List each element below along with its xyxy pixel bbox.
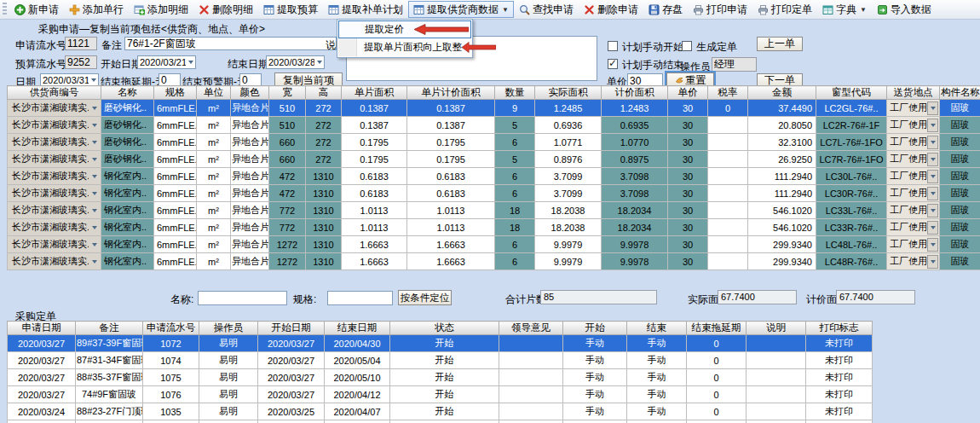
toolbar-button-6[interactable]: 提取供货商数据▼ — [408, 1, 514, 18]
toolbar-button-1[interactable]: 添加单行 — [64, 1, 129, 18]
column-header[interactable]: 名称 — [101, 86, 154, 100]
toolbar-button-0[interactable]: 新申请 — [9, 1, 64, 18]
column-header[interactable]: 开始 — [563, 322, 627, 335]
column-header[interactable]: 备注 — [76, 322, 143, 335]
cell[interactable]: 工厂使用 — [887, 236, 940, 253]
column-header[interactable]: 申请日期 — [8, 322, 76, 335]
column-header[interactable]: 实际面积 — [535, 86, 602, 100]
cell[interactable]: 工厂使用 — [887, 202, 940, 219]
cell[interactable]: 工厂使用 — [887, 253, 940, 270]
cell[interactable]: 工厂使用 — [887, 219, 940, 236]
table-row[interactable]: 长沙市潇湘玻璃实..磨砂钢化..6mmFLE..m²异地合片6602720.17… — [8, 151, 980, 168]
manual-start-checkbox[interactable] — [608, 41, 618, 51]
table-row[interactable]: 长沙市潇湘玻璃实..磨砂钢化..6mmFLE..m²异地合片5102720.13… — [8, 100, 980, 117]
cell[interactable]: 长沙市潇湘玻璃实.. — [8, 219, 101, 236]
column-header[interactable]: 申请流水号 — [143, 322, 199, 335]
toolbar-button-11[interactable]: 打印定单 — [752, 1, 817, 18]
filter-name-input[interactable] — [198, 291, 287, 305]
cell[interactable]: 长沙市潇湘玻璃实.. — [8, 202, 101, 219]
cell[interactable]: 长沙市潇湘玻璃实.. — [8, 168, 101, 185]
menu-item-1[interactable]: 提取单片面积向上取整 — [338, 38, 471, 56]
column-header[interactable]: 高 — [306, 86, 342, 100]
table-row[interactable]: 长沙市潇湘玻璃实..钢化室内..6mmFLE..m²异地合片47213100.6… — [8, 185, 980, 202]
apply-no-input[interactable] — [65, 37, 97, 50]
remark-input[interactable] — [124, 37, 337, 50]
column-header[interactable]: 说明 — [747, 322, 806, 335]
cell[interactable]: 工厂使用 — [887, 151, 940, 168]
cell[interactable]: 长沙市潇湘玻璃实.. — [8, 185, 101, 202]
table-row[interactable]: 2020/03/2488#23-27F门顶玻1035易明2020/03/2520… — [8, 403, 873, 420]
cell[interactable]: 工厂使用 — [887, 168, 940, 185]
column-header[interactable]: 打印标志 — [806, 322, 873, 335]
table-row[interactable]: 2020/03/2787#31-34F窗固玻1074易明2020/03/2720… — [8, 352, 873, 369]
column-header[interactable]: 开始日期 — [258, 322, 325, 335]
chevron-down-icon[interactable] — [89, 78, 98, 82]
table-row[interactable]: 2020/03/2788#35-37F窗固玻1075易明2020/03/2720… — [8, 369, 873, 386]
table-row[interactable]: 2020/03/2789#37-39F窗固玻1072易明2020/03/2720… — [8, 335, 873, 352]
operator-input[interactable] — [712, 57, 757, 72]
toolbar-button-10[interactable]: 打印申请 — [688, 1, 752, 18]
column-header[interactable]: 宽 — [269, 86, 306, 100]
column-header[interactable]: 领导意见 — [499, 322, 563, 335]
cell[interactable]: 工厂使用 — [887, 117, 940, 134]
column-header[interactable]: 单片计价面积 — [407, 86, 495, 100]
filter-spec-input[interactable] — [327, 291, 393, 305]
toolbar-button-5[interactable]: 提取补单计划 — [323, 1, 408, 18]
table-row[interactable]: 长沙市潇湘玻璃实..钢化室内..6mmFLE..m²异地合片47213100.6… — [8, 168, 980, 185]
prev-order-button[interactable]: 上一单 — [757, 37, 803, 51]
column-header[interactable]: 结束拖延期 — [687, 322, 747, 335]
table-row[interactable]: 2020/03/2774#9F窗固玻1076易明2020/03/272020/0… — [8, 386, 873, 403]
gen-order-checkbox[interactable] — [682, 41, 692, 51]
table-row[interactable]: 长沙市潇湘玻璃实..磨砂钢化..6mmFLE..m²异地合片5102720.13… — [8, 117, 980, 134]
column-header[interactable]: 结束 — [627, 322, 687, 335]
column-header[interactable]: 供货商编号 — [8, 86, 101, 100]
table-row[interactable]: 长沙市潇湘玻璃实..钢化室内..6mmFLE..m²异地合片77213101.0… — [8, 219, 980, 236]
column-header[interactable]: 计价面积 — [602, 86, 668, 100]
chevron-down-icon[interactable] — [186, 61, 195, 64]
locate-button[interactable]: 按条件定位 — [398, 290, 452, 305]
column-header[interactable]: 单价 — [668, 86, 708, 100]
column-header[interactable]: 单位 — [197, 86, 231, 100]
column-header[interactable]: 颜色 — [231, 86, 269, 100]
cell[interactable]: 工厂使用 — [887, 100, 940, 117]
cell[interactable]: 工厂使用 — [887, 185, 940, 202]
toolbar-button-3[interactable]: 删除明细 — [193, 1, 258, 18]
table-row[interactable]: 长沙市潇湘玻璃实..磨砂钢化..6mmFLE..m²异地合片6602720.17… — [8, 134, 980, 151]
cell[interactable]: 长沙市潇湘玻璃实.. — [8, 117, 101, 134]
table-row[interactable]: 长沙市潇湘玻璃实..钢化室内..6mmFLE..m²异地合片127213101.… — [8, 236, 980, 253]
column-header[interactable]: 窗型代码 — [816, 86, 887, 100]
column-header[interactable]: 操作员 — [199, 322, 258, 335]
end-date-combo[interactable]: 2020/03/28 — [266, 55, 325, 69]
cell[interactable]: 长沙市潇湘玻璃实.. — [8, 151, 101, 168]
column-header[interactable]: 结束日期 — [325, 322, 390, 335]
toolbar-button-7[interactable]: 查找申请 — [514, 1, 579, 18]
manual-end-checkbox[interactable] — [608, 59, 618, 69]
column-header[interactable]: 构件名称 — [940, 86, 980, 100]
cell[interactable]: 长沙市潇湘玻璃实.. — [8, 253, 101, 270]
toolbar-button-13[interactable]: 导入数据 — [872, 1, 937, 18]
cell[interactable]: 长沙市潇湘玻璃实.. — [8, 100, 101, 117]
toolbar-button-9[interactable]: 存盘 — [643, 1, 688, 18]
table-row[interactable]: 长沙市潇湘玻璃实..钢化室内..6mmFLE..m²异地合片77213101.0… — [8, 202, 980, 219]
cell[interactable]: 长沙市潇湘玻璃实.. — [8, 236, 101, 253]
table-row[interactable] — [8, 420, 873, 423]
toolbar-button-12[interactable]: 字典▼ — [817, 1, 872, 18]
budget-no-input[interactable] — [65, 55, 97, 69]
chevron-down-icon[interactable] — [314, 61, 324, 64]
column-header[interactable]: 数量 — [495, 86, 535, 100]
start-date-combo[interactable]: 2020/03/21 — [137, 55, 196, 69]
toolbar-grip[interactable] — [3, 3, 7, 16]
toolbar-button-2[interactable]: 添加明细 — [129, 1, 193, 18]
toolbar-button-8[interactable]: 删除申请 — [579, 1, 643, 18]
cell[interactable]: 工厂使用 — [887, 134, 940, 151]
menu-item-0[interactable]: 提取定价 — [338, 20, 471, 38]
table-row[interactable]: 长沙市潇湘玻璃实..钢化室内..6mmFLE..m²异地合片127213101.… — [8, 253, 980, 270]
toolbar-button-4[interactable]: 提取预算 — [258, 1, 323, 18]
column-header[interactable]: 单片面积 — [342, 86, 407, 100]
column-header[interactable]: 送货地点 — [887, 86, 940, 100]
column-header[interactable]: 税率 — [708, 86, 748, 100]
cell[interactable]: 长沙市潇湘玻璃实.. — [8, 134, 101, 151]
column-header[interactable]: 规格 — [154, 86, 197, 100]
column-header[interactable]: 金额 — [748, 86, 816, 100]
column-header[interactable]: 状态 — [390, 322, 499, 335]
